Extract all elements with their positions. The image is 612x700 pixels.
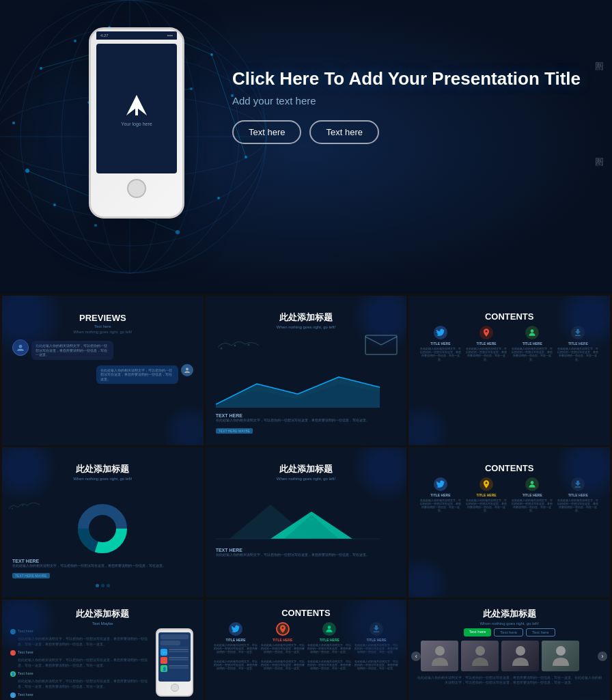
preview-grid: PREVIEWS Text here When nothing goes rig… xyxy=(0,294,612,600)
content-item-1: TITLE HERE 在此处输入你的相关说明文字，可以把你的一些想法写在这里，将… xyxy=(419,326,462,361)
content2-title-1: TITLE HERE xyxy=(430,493,450,497)
svg-point-54 xyxy=(516,646,525,656)
photo-3 xyxy=(501,641,539,671)
svg-point-32 xyxy=(186,367,189,370)
svg-point-51 xyxy=(328,626,331,629)
hero-text-block: Click Here To Add Your Presentation Titl… xyxy=(232,68,581,144)
hero-buttons: Text here Text here xyxy=(232,120,581,144)
photos-prev-btn[interactable]: ‹ xyxy=(411,652,421,661)
slide9-btn1[interactable]: Text here xyxy=(464,628,492,636)
content3-desc-1: 在此处输入你的相关说明文字，可以把你的一些想法写在这里，将您所要说明的一些信息，… xyxy=(214,643,258,654)
slide2-text-here: TEXT HERE xyxy=(216,413,397,418)
slide-area-chart-1: 此处添加标题 When nothing goes right, go left! xyxy=(206,296,407,445)
svg-point-40 xyxy=(12,508,13,509)
content3b-desc-2: 在此处输入你的相关说明文字，可以把你的一些想法写在这里，将您所要说明的一些信息，… xyxy=(260,660,305,671)
hero-btn-2[interactable]: Text here xyxy=(309,120,378,144)
slide9-btn2[interactable]: Text here xyxy=(494,628,523,636)
slide4-text-maybe[interactable]: TEXT HERE MAYBE xyxy=(12,573,50,578)
photos-desc: 在此处输入你的相关说明文字，可以把你的一些想法写在这里，将您所要说明的一些信息，… xyxy=(417,675,602,685)
logo-label: Your logo here xyxy=(121,122,152,126)
content-desc-3: 在此处输入你的相关说明文字，可以把你的一些想法写在这里，将您所要说明的一些信息，… xyxy=(511,347,554,361)
content3b-desc-3: 在此处输入你的相关说明文字，可以把你的一些想法写在这里，将您所要说明的一些信息，… xyxy=(307,660,352,671)
content-title-3: TITLE HERE xyxy=(523,341,542,346)
svg-point-45 xyxy=(93,519,112,538)
slide-icons-list: 此处添加标题 Text Maybe 🐦 Text here 在此处输入你的相关说… xyxy=(2,600,204,700)
slide9-title: 此处添加标题 xyxy=(417,608,602,620)
svg-point-50 xyxy=(531,481,534,484)
phone-mockup: 4:27 ▪▪▪▪ Your logo here xyxy=(89,27,198,219)
mini-phone-mockup: 🐦 📍 xyxy=(156,628,193,697)
svg-point-16 xyxy=(12,122,15,124)
slide9-desc: When nothing goes right, go left! xyxy=(417,621,602,626)
svg-marker-30 xyxy=(126,95,147,115)
slide-wave-chart: 此处添加标题 When nothing goes right, go left!… xyxy=(206,447,407,598)
content2-desc-2: 在此处输入你的相关说明文字，可以把你的一些想法写在这里，将您所要说明的一些信息，… xyxy=(464,499,507,513)
svg-point-11 xyxy=(74,40,76,42)
svg-point-21 xyxy=(217,197,220,199)
slide2-text-desc: 在此处输入你的相关说明文字，可以把你的一些想法写在这里，将您所要说明的一些信息，… xyxy=(216,418,397,423)
hero-title: Click Here To Add Your Presentation Titl… xyxy=(232,68,581,89)
content3b-item-1: 在此处输入你的相关说明文字，可以把你的一些想法写在这里，将您所要说明的一些信息，… xyxy=(214,660,258,671)
content-title-2: TITLE HERE xyxy=(476,341,496,346)
svg-point-53 xyxy=(475,646,485,656)
photo-4 xyxy=(542,641,579,671)
slide5-desc1: 在此处输入你的相关说明文字，可以把你的一些想法写在这里，将您所要说明的一些信息，… xyxy=(216,552,397,557)
list-item-3: Text here xyxy=(18,671,33,677)
svg-point-52 xyxy=(435,646,445,656)
slide-contents-large: CONTENTS TITLE HERE 在此处输入你的相关说明文字，可以把你的一… xyxy=(206,600,407,700)
mountain-chart xyxy=(216,494,380,542)
bottom-row: 此处添加标题 Text Maybe 🐦 Text here 在此处输入你的相关说… xyxy=(0,600,612,700)
content-item-2: TITLE HERE 在此处输入你的相关说明文字，可以把你的一些想法写在这里，将… xyxy=(464,326,507,361)
svg-point-35 xyxy=(247,344,249,346)
content2-desc-1: 在此处输入你的相关说明文字，可以把你的一些想法写在这里，将您所要说明的一些信息，… xyxy=(419,499,462,513)
slide-photos: 此处添加标题 When nothing goes right, go left!… xyxy=(408,600,610,700)
svg-point-19 xyxy=(94,224,97,227)
slide9-btn3[interactable]: Text here xyxy=(526,628,555,636)
content2-item-3: TITLE HERE 在此处输入你的相关说明文字，可以把你的一些想法写在这里，将… xyxy=(511,477,554,513)
content-title-1: TITLE HERE xyxy=(430,341,450,346)
slide-contents-1: CONTENTS TITLE HERE 在此处输入你的相关说明文字，可以把你的一… xyxy=(408,296,610,445)
svg-point-34 xyxy=(234,345,236,347)
content2-title-2: TITLE HERE xyxy=(476,493,496,497)
content-desc-1: 在此处输入你的相关说明文字，可以把你的一些想法写在这里，将您所要说明的一些信息，… xyxy=(419,347,462,361)
photo-2 xyxy=(461,641,499,671)
slide-contents-2: CONTENTS TITLE HERE 在此处输入你的相关说明文字，可以把你的一… xyxy=(408,447,610,598)
content2-item-2: TITLE HERE 在此处输入你的相关说明文字，可以把你的一些想法写在这里，将… xyxy=(464,477,507,513)
slide-pie-chart: 此处添加标题 When nothing goes right, go left! xyxy=(2,447,204,598)
svg-point-18 xyxy=(53,204,56,206)
content3b-item-2: 在此处输入你的相关说明文字，可以把你的一些想法写在这里，将您所要说明的一些信息，… xyxy=(260,660,305,671)
list-item-4: Text here xyxy=(18,692,33,699)
svg-point-55 xyxy=(556,646,566,656)
content3b-desc-1: 在此处输入你的相关说明文字，可以把你的一些想法写在这里，将您所要说明的一些信息，… xyxy=(214,660,258,671)
content2-title-3: TITLE HERE xyxy=(523,493,542,497)
content3-title-3: TITLE HERE xyxy=(320,638,339,642)
slide-previews: PREVIEWS Text here When nothing goes rig… xyxy=(2,296,204,445)
hero-section: 4:27 ▪▪▪▪ Your logo here Click Here To A… xyxy=(0,0,612,294)
content3b-item-3: 在此处输入你的相关说明文字，可以把你的一些想法写在这里，将您所要说明的一些信息，… xyxy=(307,660,352,671)
content-item-3: TITLE HERE 在此处输入你的相关说明文字，可以把你的一些想法写在这里，将… xyxy=(511,326,554,361)
slide2-text-maybe[interactable]: TEXT HERE MAYBE xyxy=(216,428,253,434)
svg-point-41 xyxy=(22,505,23,506)
slide4-text-here: TEXT HERE xyxy=(12,559,193,563)
svg-point-33 xyxy=(220,348,222,350)
content-desc-2: 在此处输入你的相关说明文字，可以把你的一些想法写在这里，将您所要说明的一些信息，… xyxy=(464,347,507,361)
hero-subtitle: Add your text here xyxy=(232,95,581,107)
slide4-text-desc: 在此处输入你的相关说明文字，可以把你的一些想法写在这里，将您所要说明的一些信息，… xyxy=(12,563,193,568)
content3-item-1: TITLE HERE 在此处输入你的相关说明文字，可以把你的一些想法写在这里，将… xyxy=(214,622,258,654)
content3-item-2: TITLE HERE 在此处输入你的相关说明文字，可以把你的一些想法写在这里，将… xyxy=(260,622,305,654)
content2-item-1: TITLE HERE 在此处输入你的相关说明文字，可以把你的一些想法写在这里，将… xyxy=(419,477,462,513)
photo-1 xyxy=(421,641,458,671)
logo-icon xyxy=(123,92,150,119)
slide5-text1: TEXT HERE xyxy=(216,548,397,552)
content3-title-2: TITLE HERE xyxy=(273,638,292,642)
pie-chart xyxy=(75,501,130,556)
chat-bubble-2: 在此处输入你的相关说明文字，可以把你的一些想法写在这里，将您所要说明的一些信息，… xyxy=(96,365,178,384)
content2-desc-3: 在此处输入你的相关说明文字，可以把你的一些想法写在这里，将您所要说明的一些信息，… xyxy=(511,499,554,513)
photos-next-btn[interactable]: › xyxy=(598,652,607,661)
content3-title-1: TITLE HERE xyxy=(225,638,245,642)
hero-btn-1[interactable]: Text here xyxy=(232,120,301,144)
svg-point-39 xyxy=(531,329,534,333)
content3-desc-2: 在此处输入你的相关说明文字，可以把你的一些想法写在这里，将您所要说明的一些信息，… xyxy=(260,643,305,654)
